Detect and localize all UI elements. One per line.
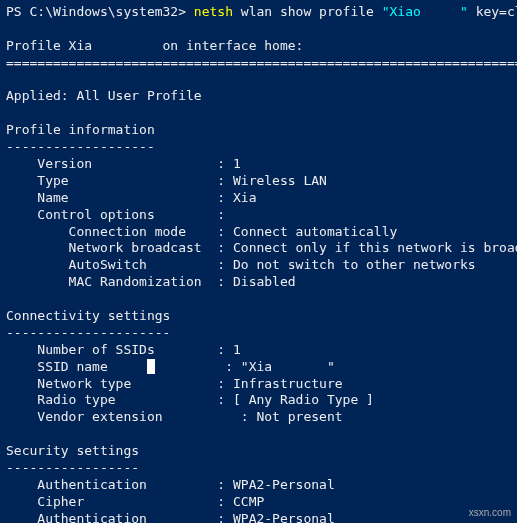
- command-tail: key=clear: [468, 4, 517, 19]
- auth1-label: Authentication :: [6, 477, 233, 492]
- num-ssids-row: Number of SSIDs : 1: [6, 342, 511, 359]
- radio-type-label: Radio type :: [6, 392, 233, 407]
- connectivity-underline: ---------------------: [6, 325, 511, 342]
- watermark-text: xsxn.com: [469, 506, 511, 519]
- macrand-value: Disabled: [233, 274, 296, 289]
- output-blank: [6, 105, 511, 122]
- cipher1-label: Cipher :: [6, 494, 233, 509]
- num-ssids-label: Number of SSIDs :: [6, 342, 233, 357]
- header-underline: ========================================…: [6, 55, 511, 72]
- macrand-label: MAC Randomization :: [6, 274, 233, 289]
- ssid-name-value: "Xia: [241, 359, 272, 374]
- vendor-ext-label: Vendor extension :: [6, 409, 256, 424]
- name-censored: [256, 190, 303, 205]
- network-type-row: Network type : Infrastructure: [6, 376, 511, 393]
- broadcast-label: Network broadcast :: [6, 240, 233, 255]
- version-value: 1: [233, 156, 241, 171]
- auth1-value: WPA2-Personal: [233, 477, 335, 492]
- connectivity-title: Connectivity settings: [6, 308, 511, 325]
- auth2-value: WPA2-Personal: [233, 511, 335, 523]
- profile-info-underline: -------------------: [6, 139, 511, 156]
- ssid-name-row: SSID name : "Xia ": [6, 359, 511, 376]
- autoswitch-value: Do not switch to other networks: [233, 257, 476, 272]
- security-title: Security settings: [6, 443, 511, 460]
- vendor-ext-value: Not present: [256, 409, 342, 424]
- broadcast-row: Network broadcast : Connect only if this…: [6, 240, 511, 257]
- cipher1-value: CCMP: [233, 494, 264, 509]
- version-row: Version : 1: [6, 156, 511, 173]
- vendor-ext-row: Vendor extension : Not present: [6, 409, 511, 426]
- num-ssids-value: 1: [233, 342, 241, 357]
- autoswitch-label: AutoSwitch :: [6, 257, 233, 272]
- command-prompt-line[interactable]: PS C:\Windows\system32> netsh wlan show …: [6, 4, 511, 21]
- profile-header-censored: [92, 38, 155, 53]
- radio-type-value: [ Any Radio Type ]: [233, 392, 374, 407]
- applied-line: Applied: All User Profile: [6, 88, 511, 105]
- cursor-block-icon: [147, 359, 155, 374]
- network-type-label: Network type :: [6, 376, 233, 391]
- radio-type-row: Radio type : [ Any Radio Type ]: [6, 392, 511, 409]
- ssid-name-censored: [272, 359, 327, 374]
- profile-header-line: Profile Xia on interface home:: [6, 38, 511, 55]
- ssid-name-value2: ": [327, 359, 335, 374]
- profile-info-title: Profile information: [6, 122, 511, 139]
- output-blank: [6, 291, 511, 308]
- ssid-name-label: SSID name: [6, 359, 147, 374]
- command-name: netsh: [194, 4, 233, 19]
- network-type-value: Infrastructure: [233, 376, 343, 391]
- macrand-row: MAC Randomization : Disabled: [6, 274, 511, 291]
- command-quoted-arg: "Xiao: [382, 4, 421, 19]
- connection-mode-label: Connection mode :: [6, 224, 233, 239]
- connection-mode-row: Connection mode : Connect automatically: [6, 224, 511, 241]
- cipher1-row: Cipher : CCMP: [6, 494, 511, 511]
- command-args: wlan show profile: [233, 4, 382, 19]
- type-value: Wireless LAN: [233, 173, 327, 188]
- name-label: Name :: [6, 190, 233, 205]
- ps-prompt-text: PS C:\Windows\system32>: [6, 4, 186, 19]
- broadcast-value: Connect only if this network is broadcas…: [233, 240, 517, 255]
- name-row: Name : Xia: [6, 190, 511, 207]
- profile-header-text: Profile Xia: [6, 38, 92, 53]
- output-blank: [6, 426, 511, 443]
- output-blank: [6, 72, 511, 89]
- autoswitch-row: AutoSwitch : Do not switch to other netw…: [6, 257, 511, 274]
- command-quoted-censored: [421, 4, 460, 19]
- profile-header-text2: on interface home:: [155, 38, 304, 53]
- command-quoted-end: ": [460, 4, 468, 19]
- security-underline: -----------------: [6, 460, 511, 477]
- ssid-name-label2: :: [155, 359, 241, 374]
- name-value: Xia: [233, 190, 256, 205]
- output-blank: [6, 21, 511, 38]
- auth2-label: Authentication :: [6, 511, 233, 523]
- control-row: Control options :: [6, 207, 511, 224]
- type-row: Type : Wireless LAN: [6, 173, 511, 190]
- connection-mode-value: Connect automatically: [233, 224, 397, 239]
- auth1-row: Authentication : WPA2-Personal: [6, 477, 511, 494]
- version-label: Version :: [6, 156, 233, 171]
- auth2-row: Authentication : WPA2-Personal: [6, 511, 511, 523]
- type-label: Type :: [6, 173, 233, 188]
